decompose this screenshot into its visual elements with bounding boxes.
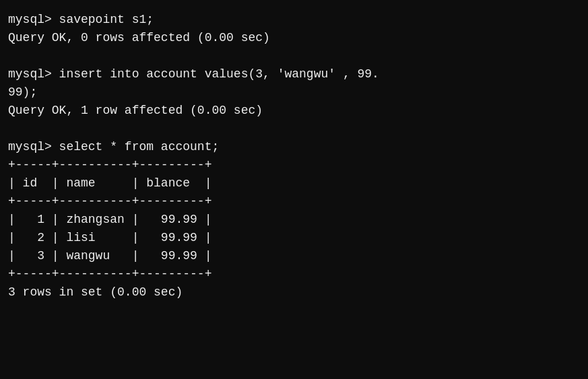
terminal-window[interactable]: mysql> savepoint s1; Query OK, 0 rows af… [0,0,588,379]
